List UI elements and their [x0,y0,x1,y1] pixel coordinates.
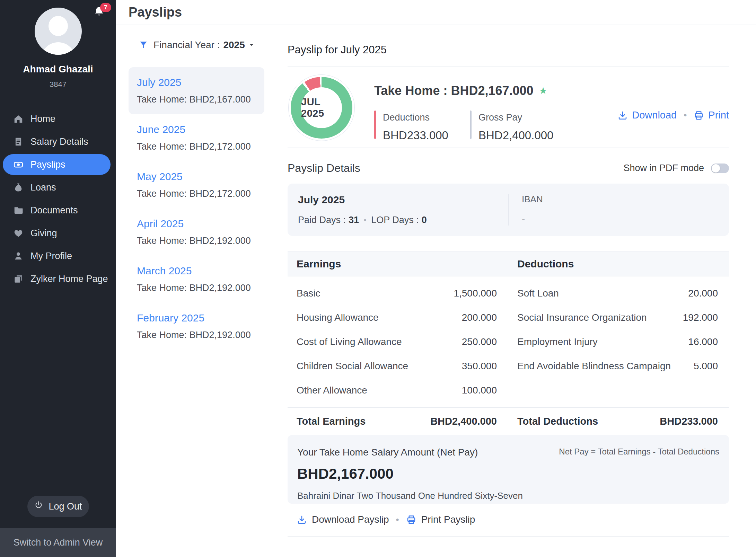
user-name: Ahmad Ghazali [0,64,116,75]
list-item-may-2025[interactable]: May 2025 Take Home: BHD2,172.000 [129,161,264,209]
footer-actions: Download Payslip • Print Payslip [288,504,729,537]
sidebar-item-home[interactable]: Home [3,108,111,129]
payslip-actions: Download • Print [617,88,729,142]
sidebar-item-documents[interactable]: Documents [3,200,111,221]
month-take-home: Take Home: BHD2,192.000 [137,283,256,293]
table-row: Children Social Allowance350.000 [288,354,508,378]
month-take-home: Take Home: BHD2,192.000 [137,330,256,341]
sidebar-item-label: Payslips [30,159,65,170]
table-row: Social Insurance Organization192.000 [508,306,729,330]
sidebar-item-payslips[interactable]: Payslips [3,154,111,175]
table-row: Soft Loan20.000 [508,281,729,306]
period-summary-card: July 2025 Paid Days : 31 • LOP Days : 0 … [288,184,729,236]
sidebar-item-giving[interactable]: Giving [3,223,111,244]
dot-separator: • [684,110,687,121]
month-list-panel: Financial Year : 2025 July 2025 Take Hom… [129,25,264,557]
lop-days-label: LOP Days : [371,215,419,226]
switch-to-admin-view[interactable]: Switch to Admin View [0,528,116,557]
download-label: Download [632,109,677,121]
lop-days-value: 0 [422,215,427,226]
total-earnings-label: Total Earnings [297,416,366,427]
print-payslip-button[interactable]: Print Payslip [406,514,475,525]
pay-donut-chart: JUL 2025 [288,74,355,141]
payslip-details-header: Payslip Details Show in PDF mode [288,162,729,175]
sidebar-item-label: Salary Details [30,136,88,147]
payslip-heading: Payslip for July 2025 [288,44,729,56]
main-area: Payslips Financial Year : 2025 July 2025… [116,0,756,557]
total-earnings-row: Total Earnings BHD2,400.000 [288,407,508,435]
pages-icon [13,274,24,284]
month-link[interactable]: June 2025 [137,124,185,135]
toggle-knob [712,164,720,173]
month-link[interactable]: February 2025 [137,312,204,324]
net-pay-formula: Net Pay = Total Earnings - Total Deducti… [559,447,719,457]
sidebar-item-label: Zylker Home Page [30,274,108,284]
avatar-head [49,16,68,36]
print-button[interactable]: Print [694,109,729,121]
month-take-home: Take Home: BHD2,192.000 [137,236,256,246]
logout-label: Log Out [49,501,82,512]
print-payslip-label: Print Payslip [421,514,475,525]
pdf-mode-toggle[interactable] [711,163,729,173]
financial-year-filter[interactable]: Financial Year : 2025 [139,39,264,51]
payslip-detail-panel: Payslip for July 2025 JUL 2025 Take Home… [288,25,729,557]
iban-value: - [522,214,729,225]
month-take-home: Take Home: BHD2,172.000 [137,188,256,199]
star-icon: ★ [539,85,547,96]
list-item-june-2025[interactable]: June 2025 Take Home: BHD2,172.000 [129,114,264,161]
divider [288,148,729,148]
download-payslip-button[interactable]: Download Payslip [297,514,389,525]
row-label: Soft Loan [517,288,559,299]
net-pay-label: Your Take Home Salary Amount (Net Pay) [297,447,478,458]
table-row: Housing Allowance200.000 [288,306,508,330]
paid-days-value: 31 [349,215,359,226]
print-label: Print [708,109,729,121]
power-icon [34,501,43,512]
payslip-details-heading: Payslip Details [288,162,360,175]
take-home-heading: Take Home : BHD2,167.000 [374,83,534,98]
avatar[interactable] [35,8,82,55]
sidebar-item-salary-details[interactable]: Salary Details [3,131,111,152]
list-item-march-2025[interactable]: March 2025 Take Home: BHD2,192.000 [129,256,264,303]
row-value: 192.000 [683,312,718,323]
notification-badge: 7 [100,3,111,12]
sidebar-item-my-profile[interactable]: My Profile [3,246,111,266]
filter-icon [139,41,148,50]
month-link[interactable]: May 2025 [137,171,183,183]
chevron-down-icon [248,42,255,48]
table-row: Employment Injury16.000 [508,330,729,354]
switch-view-label: Switch to Admin View [14,537,103,548]
month-link[interactable]: April 2025 [137,218,184,230]
table-row: End Avoidable Blindness Campaign5.000 [508,354,729,378]
sidebar-item-zylker-home-page[interactable]: Zylker Home Page [3,268,111,289]
list-item-july-2025[interactable]: July 2025 Take Home: BHD2,167.000 [129,67,264,114]
sidebar-nav: Home Salary Details Payslips Loans Docum… [0,108,116,291]
logout-button[interactable]: Log Out [27,496,89,517]
gross-pay-value: BHD2,400.000 [478,129,553,142]
download-payslip-label: Download Payslip [312,514,389,525]
list-item-april-2025[interactable]: April 2025 Take Home: BHD2,192.000 [129,209,264,256]
month-link[interactable]: March 2025 [137,265,192,277]
gross-pay-color-bar [470,110,472,139]
list-item-february-2025[interactable]: February 2025 Take Home: BHD2,192.000 [129,303,264,350]
row-value: 350.000 [462,361,497,372]
row-label: End Avoidable Blindness Campaign [517,361,671,372]
bell-icon [93,12,105,18]
month-link[interactable]: July 2025 [137,77,181,88]
row-value: 16.000 [688,336,718,347]
download-button[interactable]: Download [617,109,677,121]
sidebar-item-label: Loans [30,182,56,193]
total-earnings-value: BHD2,400.000 [430,416,497,427]
notifications-bell[interactable]: 7 [93,6,106,19]
gross-pay-metric: Gross Pay BHD2,400.000 [470,110,575,142]
sidebar-item-loans[interactable]: Loans [3,177,111,198]
net-pay-in-words: Bahraini Dinar Two Thousand One Hundred … [297,490,719,501]
net-pay-amount: BHD2,167.000 [297,466,719,482]
document-icon [13,136,24,147]
deductions-label: Deductions [383,112,448,123]
donut-center-label: JUL 2025 [301,87,342,128]
payslip-summary: JUL 2025 Take Home : BHD2,167.000 ★ [288,74,729,142]
person-icon [13,251,24,261]
heart-icon [13,228,24,238]
filter-label: Financial Year : [153,39,220,51]
